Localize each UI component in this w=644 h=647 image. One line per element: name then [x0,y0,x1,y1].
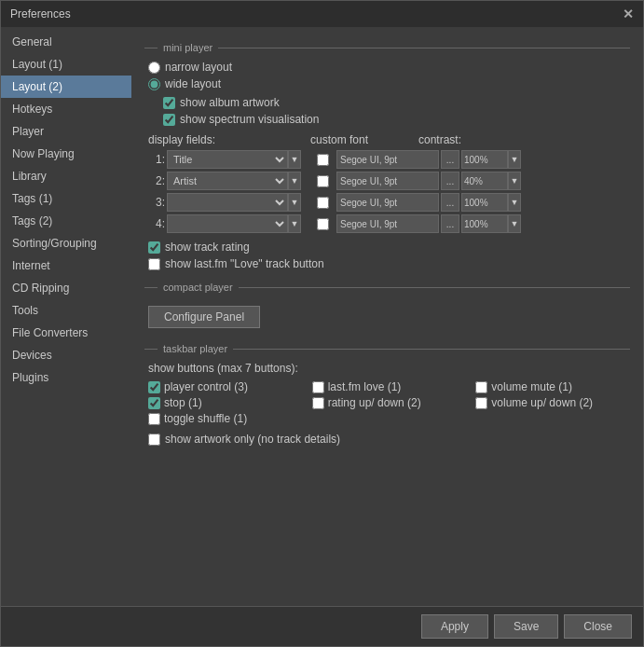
taskbar-buttons-grid: player control (3) last.fm love (1) volu… [148,380,630,425]
show-album-artwork-checkbox[interactable] [163,97,175,109]
apply-button[interactable]: Apply [421,614,488,639]
sidebar-item-internet[interactable]: Internet [1,255,131,277]
artwork-only-label: show artwork only (no track details) [165,433,340,446]
field-checkbox-cell-3 [308,197,336,209]
mini-player-section-header: mini player [144,42,630,53]
narrow-layout-radio[interactable] [148,62,160,74]
show-album-artwork-label: show album artwork [180,96,280,109]
compact-section-line-left [144,287,158,288]
sidebar-item-layout--2-[interactable]: Layout (2) [1,76,131,98]
sidebar-item-tools[interactable]: Tools [1,299,131,322]
taskbar-btn-label-2: volume mute (1) [491,380,572,393]
sidebar-item-now-playing[interactable]: Now Playing [1,143,131,165]
sidebar-item-tags--1-[interactable]: Tags (1) [1,187,131,210]
field-contrast-arrow-4[interactable]: ▼ [508,214,521,233]
close-button[interactable]: Close [564,614,632,639]
field-contrast-input-4[interactable] [461,214,508,233]
show-album-artwork-row: show album artwork [163,96,630,109]
sidebar-item-general[interactable]: General [1,31,131,53]
field-contrast-arrow-3[interactable]: ▼ [508,193,521,212]
field-dropdown-arrow-4[interactable]: ▼ [288,214,301,233]
taskbar-section-line-right [233,349,630,350]
taskbar-btn-item-5: volume up/ down (2) [475,396,630,409]
title-bar: Preferences ✕ [1,1,643,27]
field-font-checkbox-3[interactable] [317,197,329,209]
field-font-checkbox-2[interactable] [317,175,329,187]
taskbar-btn-item-6: toggle shuffle (1) [148,412,303,425]
field-select-2[interactable]: Artist [167,172,288,190]
taskbar-btn-item-1: last.fm love (1) [312,380,467,393]
save-button[interactable]: Save [494,614,558,639]
show-spectrum-checkbox[interactable] [163,114,175,126]
artwork-only-checkbox[interactable] [148,434,160,446]
field-dropdown-arrow-1[interactable]: ▼ [288,150,301,169]
show-spectrum-row: show spectrum visualisation [163,113,630,126]
field-select-3[interactable] [167,193,288,212]
taskbar-player-section-header: taskbar player [144,343,630,354]
show-lastfm-checkbox[interactable] [148,258,160,270]
taskbar-btn-checkbox-2[interactable] [475,381,487,393]
taskbar-btn-checkbox-3[interactable] [148,397,160,409]
field-contrast-input-2[interactable] [461,172,508,190]
field-dropdown-arrow-2[interactable]: ▼ [288,172,301,190]
taskbar-btn-item-2: volume mute (1) [475,380,630,393]
field-contrast-arrow-1[interactable]: ▼ [508,150,521,169]
field-rows-container: 1: Title ▼ ... ▼ 2: Artist ▼ ... ▼ [148,150,630,233]
compact-player-section-header: compact player [144,282,630,293]
field-contrast-arrow-2[interactable]: ▼ [508,172,521,190]
sidebar-item-hotkeys[interactable]: Hotkeys [1,98,131,120]
field-font-input-4[interactable] [336,214,439,233]
taskbar-btn-checkbox-6[interactable] [148,413,160,425]
show-track-rating-checkbox[interactable] [148,241,160,254]
field-font-checkbox-1[interactable] [317,154,329,166]
field-row-2: 2: Artist ▼ ... ▼ [148,172,630,190]
sidebar-item-library[interactable]: Library [1,165,131,187]
taskbar-btn-label-0: player control (3) [164,380,248,393]
taskbar-btn-checkbox-4[interactable] [312,397,324,409]
compact-section-line-right [239,287,630,288]
sidebar-item-sorting-grouping[interactable]: Sorting/Grouping [1,232,131,255]
taskbar-btn-label-6: toggle shuffle (1) [164,412,247,425]
field-contrast-input-3[interactable] [461,193,508,212]
field-contrast-input-1[interactable] [461,150,508,169]
display-fields-section: display fields: custom font contrast: 1:… [148,133,630,233]
narrow-layout-row: narrow layout [148,61,630,74]
field-num-3: 3: [148,196,165,209]
configure-panel-button[interactable]: Configure Panel [148,306,260,328]
field-font-checkbox-4[interactable] [317,218,329,230]
sidebar-item-player[interactable]: Player [1,120,131,143]
narrow-layout-label: narrow layout [165,61,232,74]
custom-font-label: custom font [279,133,400,146]
field-font-input-2[interactable] [336,172,439,190]
show-track-rating-row: show track rating [148,241,630,254]
layout-radio-group: narrow layout wide layout [148,61,630,90]
close-icon[interactable]: ✕ [623,7,634,21]
field-dropdown-arrow-3[interactable]: ▼ [288,193,301,212]
taskbar-btn-label-1: last.fm love (1) [328,380,402,393]
field-font-input-1[interactable] [336,150,439,169]
wide-layout-label: wide layout [165,77,221,90]
preferences-window: Preferences ✕ GeneralLayout (1)Layout (2… [0,0,644,647]
field-select-1[interactable]: Title [167,150,288,169]
display-fields-label: display fields: [148,133,241,146]
taskbar-btn-item-4: rating up/ down (2) [312,396,467,409]
field-ellipsis-btn-1[interactable]: ... [441,150,459,169]
sidebar-item-layout--1-[interactable]: Layout (1) [1,53,131,76]
field-select-4[interactable] [167,214,288,233]
sidebar-item-file-converters[interactable]: File Converters [1,322,131,344]
wide-layout-options: show album artwork show spectrum visuali… [163,96,630,126]
wide-layout-radio[interactable] [148,78,160,90]
sidebar-item-plugins[interactable]: Plugins [1,366,131,389]
sidebar-item-cd-ripping[interactable]: CD Ripping [1,277,131,299]
sidebar-item-devices[interactable]: Devices [1,344,131,366]
taskbar-btn-item-0: player control (3) [148,380,303,393]
show-spectrum-label: show spectrum visualisation [180,113,319,126]
field-ellipsis-btn-3[interactable]: ... [441,193,459,212]
taskbar-btn-checkbox-5[interactable] [475,397,487,409]
field-ellipsis-btn-4[interactable]: ... [441,214,459,233]
field-font-input-3[interactable] [336,193,439,212]
field-ellipsis-btn-2[interactable]: ... [441,172,459,190]
taskbar-btn-checkbox-1[interactable] [312,381,324,393]
sidebar-item-tags--2-[interactable]: Tags (2) [1,210,131,232]
taskbar-btn-checkbox-0[interactable] [148,381,160,393]
